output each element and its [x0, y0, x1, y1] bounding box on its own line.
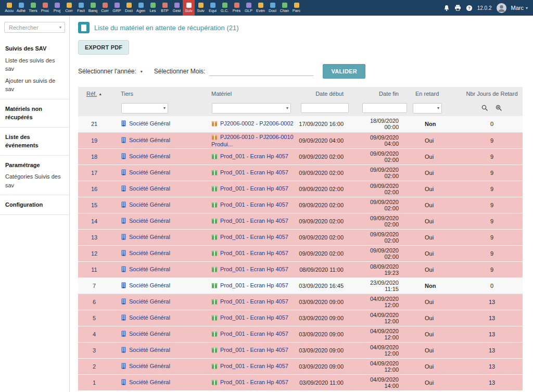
sidebar-item[interactable]: Ajouter un suivis de sav: [0, 75, 69, 95]
cell-tiers[interactable]: Société Général: [110, 181, 193, 197]
cell-tiers[interactable]: Société Général: [110, 197, 193, 213]
table-row[interactable]: 1Société GénéralProd_001 - Ecran Hp 4057…: [78, 374, 523, 390]
nav-item-equi[interactable]: Equi: [207, 0, 219, 16]
sidebar-item[interactable]: Configuration: [0, 199, 69, 211]
nav-item-g-c-[interactable]: G.C.: [219, 0, 231, 16]
cell-tiers[interactable]: Société Général: [110, 294, 193, 310]
nav-item-doci[interactable]: Doci: [266, 0, 278, 16]
cell-materiel[interactable]: Prod_001 - Ecran Hp 4057: [193, 326, 295, 342]
sidebar-item[interactable]: Liste des suivis des sav: [0, 55, 69, 75]
cell-ref[interactable]: 17: [78, 165, 110, 181]
nav-item-suiv[interactable]: Suiv: [183, 0, 195, 16]
cell-tiers[interactable]: Société Général: [110, 116, 193, 132]
cell-materiel[interactable]: Prod_001 - Ecran Hp 4057: [193, 342, 295, 358]
cell-ref[interactable]: 5: [78, 310, 110, 326]
cell-materiel[interactable]: Prod_001 - Ecran Hp 4057: [193, 213, 295, 229]
nav-item-grp[interactable]: GRP: [111, 0, 123, 16]
column-header-date-debut[interactable]: Date début: [295, 87, 356, 100]
cell-tiers[interactable]: Société Général: [110, 277, 193, 294]
sidebar-item[interactable]: Matériels non récupérés: [0, 103, 69, 123]
cell-materiel[interactable]: Prod_001 - Ecran Hp 4057: [193, 294, 295, 310]
nav-item-fact[interactable]: Fact: [75, 0, 87, 16]
table-row[interactable]: 16Société GénéralProd_001 - Ecran Hp 405…: [78, 181, 523, 197]
nav-item-banq[interactable]: Banq: [87, 0, 99, 16]
nav-item-corr[interactable]: Corr: [63, 0, 75, 16]
date-debut-filter-input[interactable]: [301, 103, 349, 113]
materiel-filter-select[interactable]: ▾: [212, 103, 291, 113]
cell-materiel[interactable]: Prod_001 - Ecran Hp 4057: [193, 148, 295, 165]
cell-ref[interactable]: 15: [78, 197, 110, 213]
nav-item-suiv[interactable]: Suiv: [195, 0, 207, 16]
export-pdf-button[interactable]: EXPORT PDF: [78, 40, 129, 55]
cell-materiel[interactable]: Prod_001 - Ecran Hp 4057: [193, 245, 295, 261]
column-header-nbr-jours[interactable]: Nbr Jours de Retard: [461, 87, 523, 100]
date-fin-filter-input[interactable]: [362, 103, 407, 113]
nav-item-accu[interactable]: Accu: [3, 0, 15, 16]
cell-tiers[interactable]: Société Général: [110, 245, 193, 261]
cell-ref[interactable]: 12: [78, 245, 110, 261]
help-icon[interactable]: ?: [466, 5, 473, 11]
column-header-en-retard[interactable]: En retard: [411, 87, 461, 100]
cell-materiel[interactable]: Prod_001 - Ecran Hp 4057: [193, 310, 295, 326]
column-header-ref[interactable]: Réf.▲: [78, 87, 110, 100]
nav-item-glp[interactable]: GLP: [243, 0, 255, 16]
table-row[interactable]: 11Société GénéralProd_001 - Ecran Hp 405…: [78, 261, 523, 277]
search-icon[interactable]: [481, 105, 488, 111]
cell-ref[interactable]: 7: [78, 277, 110, 294]
nav-item-proc[interactable]: Proc: [39, 0, 51, 16]
cell-ref[interactable]: 13: [78, 229, 110, 245]
table-row[interactable]: 15Société GénéralProd_001 - Ecran Hp 405…: [78, 197, 523, 213]
sidebar-item[interactable]: Paramétrage: [0, 159, 69, 171]
sidebar-item[interactable]: Suivis des SAV: [0, 43, 69, 55]
nav-item-doci[interactable]: Doci: [123, 0, 135, 16]
sidebar-item[interactable]: Catégories Suivis des sav: [0, 171, 69, 191]
print-icon[interactable]: [454, 5, 461, 11]
cell-tiers[interactable]: Société Général: [110, 310, 193, 326]
cell-materiel[interactable]: Prod_001 - Ecran Hp 4057: [193, 197, 295, 213]
cell-materiel[interactable]: Prod_001 - Ecran Hp 4057: [193, 165, 295, 181]
month-input[interactable]: [209, 67, 313, 76]
table-row[interactable]: 6Société GénéralProd_001 - Ecran Hp 4057…: [78, 294, 523, 310]
nav-item-chan[interactable]: Chan: [278, 0, 290, 16]
cell-tiers[interactable]: Société Général: [110, 374, 193, 390]
cell-tiers[interactable]: Société Général: [110, 213, 193, 229]
cell-tiers[interactable]: Société Général: [110, 165, 193, 181]
cell-ref[interactable]: 19: [78, 132, 110, 148]
cell-materiel[interactable]: Prod_001 - Ecran Hp 4057: [193, 181, 295, 197]
nav-item-parc[interactable]: Parc: [290, 0, 302, 16]
cell-ref[interactable]: 4: [78, 326, 110, 342]
cell-ref[interactable]: 2: [78, 358, 110, 374]
nav-item-tiers[interactable]: Tiers: [27, 0, 39, 16]
cell-ref[interactable]: 18: [78, 148, 110, 165]
cell-tiers[interactable]: Société Général: [110, 358, 193, 374]
search-input[interactable]: [8, 24, 53, 31]
nav-item-btp[interactable]: BTP: [159, 0, 171, 16]
cell-tiers[interactable]: Société Général: [110, 148, 193, 165]
cell-materiel[interactable]: PJ2006-0002 - PJ2006-0002: [193, 116, 295, 132]
table-row[interactable]: 18Société GénéralProd_001 - Ecran Hp 405…: [78, 148, 523, 165]
sidebar-search[interactable]: ▾: [4, 22, 65, 33]
cell-tiers[interactable]: Société Général: [110, 261, 193, 277]
table-row[interactable]: 19Société GénéralPJ2006-0010 - PJ2006-00…: [78, 132, 523, 148]
year-select[interactable]: ▾: [138, 66, 145, 77]
column-header-date-fin[interactable]: Date fin: [356, 87, 411, 100]
nav-item-les[interactable]: Les: [147, 0, 159, 16]
table-row[interactable]: 12Société GénéralProd_001 - Ecran Hp 405…: [78, 245, 523, 261]
cell-ref[interactable]: 3: [78, 342, 110, 358]
cell-materiel[interactable]: Prod_001 - Ecran Hp 4057: [193, 229, 295, 245]
column-header-materiel[interactable]: Matériel: [193, 87, 295, 100]
cell-ref[interactable]: 16: [78, 181, 110, 197]
notifications-bell-icon[interactable]: [443, 5, 450, 11]
cell-ref[interactable]: 1: [78, 374, 110, 390]
nav-item-corr[interactable]: Corr: [99, 0, 111, 16]
cell-tiers[interactable]: Société Général: [110, 132, 193, 148]
cell-ref[interactable]: 6: [78, 294, 110, 310]
cell-ref[interactable]: 11: [78, 261, 110, 277]
cell-materiel[interactable]: Prod_001 - Ecran Hp 4057: [193, 358, 295, 374]
nav-item-agen[interactable]: Agen: [135, 0, 147, 16]
table-row[interactable]: 7Société GénéralProd_001 - Ecran Hp 4057…: [78, 277, 523, 294]
cell-ref[interactable]: 14: [78, 213, 110, 229]
cell-materiel[interactable]: PJ2006-0010 - PJ2006-0010 Produi...: [193, 132, 295, 148]
table-row[interactable]: 2Société GénéralProd_001 - Ecran Hp 4057…: [78, 358, 523, 374]
cell-ref[interactable]: 21: [78, 116, 110, 132]
